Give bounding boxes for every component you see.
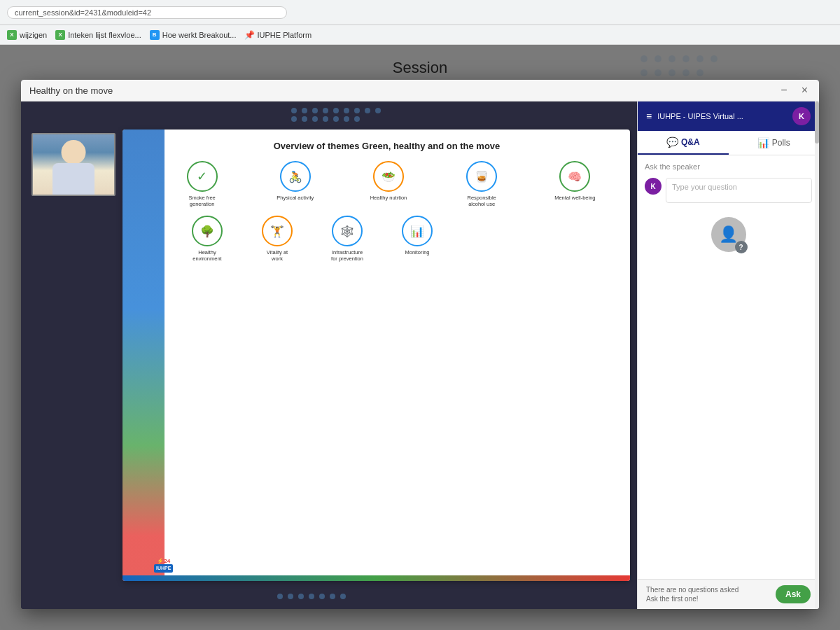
svg-point-33	[354, 116, 360, 122]
question-input-row: K Type your question	[645, 178, 812, 203]
anonymous-icon: 👤 ?	[711, 217, 746, 252]
modal-window: Healthy on the move − ×	[21, 80, 819, 609]
svg-point-36	[298, 594, 304, 599]
theme-icon-smoke-free: ✓	[187, 161, 218, 192]
qa-body: Ask the speaker K Type your question 👤 ?	[638, 155, 819, 579]
theme-icon-environment: 🌳	[192, 216, 223, 246]
tab-qa[interactable]: 💬 Q&A	[638, 131, 729, 155]
qa-user-avatar: K	[645, 178, 662, 195]
bookmark-label-3: Hoe werkt Breakout...	[162, 31, 237, 39]
theme-monitoring: 📊 Monitoring	[389, 216, 445, 262]
svg-point-37	[309, 594, 314, 599]
video-head	[62, 140, 86, 164]
browser-bar: current_session&id=2431&moduleid=42	[0, 0, 840, 25]
video-thumbnail	[31, 133, 115, 196]
bookmark-label-4: IUPHE Platform	[257, 31, 312, 39]
svg-point-34	[277, 594, 283, 599]
svg-point-23	[344, 108, 349, 113]
themes-grid: ✓ Smoke freegeneration 🚴 Physical activi…	[158, 161, 619, 262]
svg-point-39	[330, 594, 335, 599]
theme-icon-monitoring: 📊	[402, 216, 433, 246]
bookmark-inteken[interactable]: X Inteken lijst flexvloe...	[55, 30, 141, 40]
modal-minimize-button[interactable]: −	[778, 84, 790, 97]
bookmarks-bar: X wijzigen X Inteken lijst flexvloe... B…	[0, 25, 840, 45]
svg-point-20	[312, 108, 318, 113]
svg-point-30	[323, 116, 328, 122]
qa-header: ≡ IUHPE - UIPES Virtual ... K	[638, 102, 819, 131]
theme-mental: 🧠 Mental well-being	[547, 161, 603, 207]
svg-point-27	[291, 116, 297, 122]
svg-point-24	[354, 108, 360, 113]
qa-tabs: 💬 Q&A 📊 Polls	[638, 131, 819, 155]
theme-label-physical: Physical activity	[276, 195, 314, 201]
logo-badge: IUHPE	[154, 564, 173, 573]
slide-title: Overview of themes Green, healthy and on…	[155, 141, 619, 151]
modal-body: Overview of themes Green, healthy and on…	[21, 102, 819, 609]
theme-label-infrastructure: Infrastructurefor prevention	[331, 249, 363, 262]
qa-panel: ≡ IUHPE - UIPES Virtual ... K 💬 Q&A 📊 Po…	[637, 102, 819, 609]
hamburger-icon[interactable]: ≡	[646, 111, 652, 122]
theme-environment: 🌳 Healthyenvironment	[179, 216, 235, 262]
theme-nutrition: 🥗 Healthy nutrtion	[360, 161, 416, 207]
svg-point-21	[323, 108, 328, 113]
bookmark-icon-blue: B	[150, 30, 160, 40]
qa-header-left: ≡ IUHPE - UIPES Virtual ...	[646, 111, 743, 122]
theme-vitality: 🏋️ Vitality atwork	[249, 216, 305, 262]
slide-inner: Overview of themes Green, healthy and on…	[122, 130, 630, 581]
theme-infrastructure: 🕸️ Infrastructurefor prevention	[319, 216, 375, 262]
tab-polls[interactable]: 📊 Polls	[729, 131, 820, 155]
svg-point-29	[312, 116, 318, 122]
svg-point-40	[340, 594, 346, 599]
svg-point-18	[291, 108, 297, 113]
theme-label-mental: Mental well-being	[554, 195, 595, 201]
address-bar[interactable]: current_session&id=2431&moduleid=42	[7, 6, 287, 19]
pres-dots-top	[21, 105, 637, 122]
question-input-box[interactable]: Type your question	[666, 178, 812, 203]
theme-label-environment: Healthyenvironment	[192, 249, 221, 262]
bookmark-icon-green2: X	[55, 30, 65, 40]
theme-label-nutrition: Healthy nutrtion	[370, 195, 407, 201]
theme-label-monitoring: Monitoring	[405, 249, 429, 255]
slide-bottom-bar	[122, 575, 630, 581]
svg-point-35	[288, 594, 293, 599]
svg-point-32	[344, 116, 349, 122]
bookmark-wijzigen[interactable]: X wijzigen	[7, 30, 47, 40]
ask-button[interactable]: Ask	[776, 585, 811, 603]
bookmark-iuphe[interactable]: 📌 IUPHE Platform	[244, 30, 312, 40]
svg-point-26	[375, 108, 381, 113]
slide-container: Overview of themes Green, healthy and on…	[122, 130, 630, 581]
video-body	[52, 163, 94, 195]
modal-close-button[interactable]: ×	[799, 84, 811, 97]
theme-icon-physical: 🚴	[280, 161, 311, 192]
theme-icon-nutrition: 🥗	[373, 161, 404, 192]
qa-scrollbar[interactable]	[815, 102, 819, 609]
room-name: IUHPE - UIPES Virtual ...	[657, 112, 743, 120]
theme-physical: 🚴 Physical activity	[267, 161, 323, 207]
pres-dots-bottom	[21, 588, 637, 606]
theme-label-alcohol: Responsiblealcohol use	[468, 195, 496, 207]
theme-icon-alcohol: 🥃	[466, 161, 497, 192]
theme-alcohol: 🥃 Responsiblealcohol use	[454, 161, 510, 207]
tab-qa-label: Q&A	[681, 137, 700, 147]
theme-icon-vitality: 🏋️	[262, 216, 293, 246]
no-questions-text: There are no questions asked Ask the fir…	[646, 585, 770, 603]
modal-title: Healthy on the move	[29, 85, 113, 96]
theme-smoke-free: ✓ Smoke freegeneration	[174, 161, 230, 207]
themes-row-2: 🌳 Healthyenvironment 🏋️ Vitality atwork …	[158, 216, 619, 262]
svg-point-28	[302, 116, 307, 122]
bookmark-breakout[interactable]: B Hoe werkt Breakout...	[150, 30, 237, 40]
bookmark-label-2: Inteken lijst flexvloe...	[68, 31, 141, 39]
qa-avatar: K	[792, 107, 811, 125]
polls-tab-icon: 📊	[757, 137, 769, 148]
question-badge: ?	[735, 241, 748, 253]
svg-point-25	[365, 108, 370, 113]
svg-point-38	[319, 594, 325, 599]
qa-footer: There are no questions asked Ask the fir…	[638, 579, 819, 609]
bookmark-label: wijzigen	[20, 31, 47, 39]
presentation-area: Overview of themes Green, healthy and on…	[21, 102, 637, 609]
modal-controls: − ×	[778, 84, 811, 97]
svg-point-31	[333, 116, 339, 122]
tab-polls-label: Polls	[772, 138, 790, 148]
svg-point-19	[302, 108, 307, 113]
video-person	[33, 134, 114, 195]
